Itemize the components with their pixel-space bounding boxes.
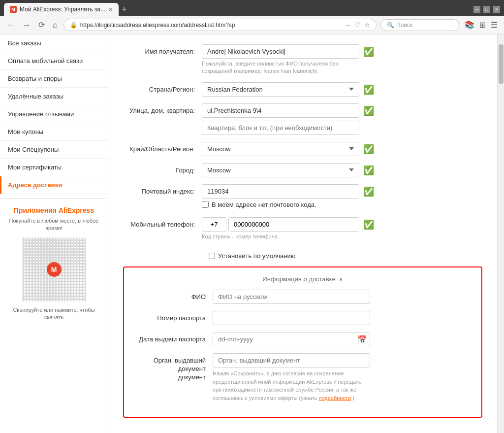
address-bar-icons: ··· ♡ ☆ (345, 21, 370, 29)
url-text: https://ilogisticsaddress.aliexpress.com… (80, 22, 342, 29)
sidebar-toggle-icon[interactable]: ⊞ (478, 19, 487, 31)
sidebar-item-returns[interactable]: Возвраты и споры (0, 70, 108, 88)
sidebar-item-mobile-pay[interactable]: Оплата мобильной связи (0, 52, 108, 70)
passport-date-input[interactable] (213, 332, 370, 346)
browser-chrome: M Мой AliExpress: Управлять за... ✕ + ─ … (0, 0, 504, 16)
fio-field (213, 290, 370, 304)
minimize-button[interactable]: ─ (473, 6, 480, 13)
tab-title: Мой AliExpress: Управлять за... (20, 6, 105, 13)
default-label: Установить по умолчанию (218, 252, 295, 260)
passport-input[interactable] (213, 311, 370, 325)
sidebar-item-special-coupons[interactable]: Мои Спецкупоны (0, 141, 108, 159)
country-label: Страна/Регион: (123, 82, 202, 93)
qr-code-image[interactable]: M (22, 237, 86, 301)
window-controls: ─ □ ✕ (473, 6, 500, 13)
passport-label: Номер паспорта (134, 311, 213, 322)
country-field: Russian Federation Ukraine Belarus Kazak… (202, 82, 359, 97)
passport-date-field: 📅 (213, 332, 370, 346)
maximize-button[interactable]: □ (483, 6, 490, 13)
fio-input[interactable] (213, 290, 370, 304)
phone-hint: Код страны - номер телефона. (202, 233, 359, 240)
main-content: Имя получателя: Пожалуйста, введите полн… (108, 34, 497, 433)
form-buttons: Сохранить Отмена (123, 428, 482, 433)
app-subtitle: Покупайте в любом месте, в любое время! (8, 217, 100, 233)
default-checkbox[interactable] (209, 253, 215, 259)
country-select[interactable]: Russian Federation Ukraine Belarus Kazak… (202, 82, 359, 97)
no-postal-checkbox[interactable] (202, 201, 209, 208)
tab-close-button[interactable]: ✕ (108, 6, 113, 13)
city-field: Moscow (202, 163, 359, 177)
url-bar[interactable]: 🔒 https://ilogisticsaddress.aliexpress.c… (63, 19, 377, 31)
phone-number-input[interactable] (228, 217, 359, 232)
search-icon: 🔍 (387, 22, 394, 29)
star-icon[interactable]: ☆ (364, 21, 370, 29)
delivery-collapse-icon[interactable]: ∧ (339, 276, 343, 283)
bookmark-menu-icon: ··· (345, 21, 350, 29)
region-field: Moscow (202, 142, 359, 156)
issuer-input[interactable] (213, 353, 370, 367)
page-container: Все заказы Оплата мобильной связи Возвра… (0, 34, 504, 433)
recipient-input[interactable] (202, 44, 359, 59)
passport-date-row: Дата выдачи паспорта 📅 (134, 332, 472, 346)
street-valid-icon: ✅ (363, 105, 374, 116)
street-field (202, 103, 359, 135)
reload-button[interactable]: ⟳ (36, 19, 47, 31)
app-title: Приложения AliExpress (8, 206, 100, 214)
sidebar-item-coupons[interactable]: Мои купоны (0, 123, 108, 141)
active-tab[interactable]: M Мой AliExpress: Управлять за... ✕ (4, 3, 119, 16)
security-icon: 🔒 (70, 22, 77, 29)
region-select[interactable]: Moscow (202, 142, 359, 156)
recipient-valid-icon: ✅ (363, 46, 374, 57)
postal-input[interactable] (202, 184, 359, 199)
search-placeholder: Поиск (396, 22, 412, 29)
consent-text: Нажав «Сохранить», я даю согласие на сох… (213, 369, 370, 402)
recipient-label: Имя получателя: (123, 44, 202, 55)
forward-button[interactable]: → (21, 20, 32, 31)
no-postal-label: В моём адресе нет почтового кода. (212, 201, 316, 208)
region-label: Край/Область/Регион: (123, 142, 202, 153)
postal-label: Почтовый индекс: (123, 184, 202, 195)
sidebar-item-certificates[interactable]: Мои сертификаты (0, 159, 108, 176)
search-box[interactable]: 🔍 Поиск (380, 19, 459, 31)
reader-view-icon[interactable]: 📚 (463, 19, 476, 31)
back-button[interactable]: ← (5, 20, 17, 31)
consent-link[interactable]: подробности (318, 395, 351, 401)
browser-extras: 📚 ⊞ ☰ (463, 19, 499, 31)
menu-icon[interactable]: ☰ (489, 19, 499, 31)
city-row: Город: Moscow ✅ (123, 163, 482, 177)
passport-date-label: Дата выдачи паспорта (134, 332, 213, 343)
scrollbar[interactable] (497, 34, 504, 433)
city-select[interactable]: Moscow (202, 163, 359, 177)
new-tab-button[interactable]: + (120, 4, 129, 15)
phone-field: Код страны - номер телефона. (202, 217, 359, 240)
issuer-field: Нажав «Сохранить», я даю согласие на сох… (213, 353, 370, 402)
postal-valid-icon: ✅ (363, 186, 374, 197)
fio-label: ФИО (134, 290, 213, 300)
default-section: Установить по умолчанию (123, 247, 482, 266)
close-window-button[interactable]: ✕ (493, 6, 500, 13)
country-row: Страна/Регион: Russian Federation Ukrain… (123, 82, 482, 97)
no-postal-row: В моём адресе нет почтового кода. (202, 201, 359, 208)
sidebar-item-manage-reviews[interactable]: Управление отзывами (0, 105, 108, 123)
phone-label: Мобильный телефон: (123, 217, 202, 228)
sidebar-item-remote-orders[interactable]: Удалённые заказы (0, 88, 108, 105)
street-input[interactable] (202, 103, 359, 118)
region-row: Край/Область/Регион: Moscow ✅ (123, 142, 482, 156)
recipient-field: Пожалуйста, введите полностью ФИО получа… (202, 44, 359, 75)
fio-row: ФИО (134, 290, 472, 304)
tab-favicon: M (10, 6, 17, 13)
phone-prefix-input[interactable] (202, 217, 226, 232)
postal-row: Почтовый индекс: В моём адресе нет почто… (123, 184, 482, 210)
date-input-wrapper: 📅 (213, 332, 370, 346)
sidebar-item-all-orders[interactable]: Все заказы (0, 34, 108, 52)
passport-field (213, 311, 370, 325)
sidebar-item-delivery-addresses[interactable]: Адреса доставки (0, 176, 108, 194)
qr-center-logo: M (47, 262, 62, 277)
home-button[interactable]: ⌂ (51, 20, 60, 31)
scrollbar-thumb[interactable] (499, 44, 504, 84)
issuer-label-2: документ (178, 373, 206, 381)
bookmark-icon[interactable]: ♡ (354, 21, 360, 29)
street2-input[interactable] (202, 121, 359, 135)
phone-row: Мобильный телефон: Код страны - номер те… (123, 217, 482, 240)
delivery-section-title: Информация о доставке (262, 275, 335, 283)
